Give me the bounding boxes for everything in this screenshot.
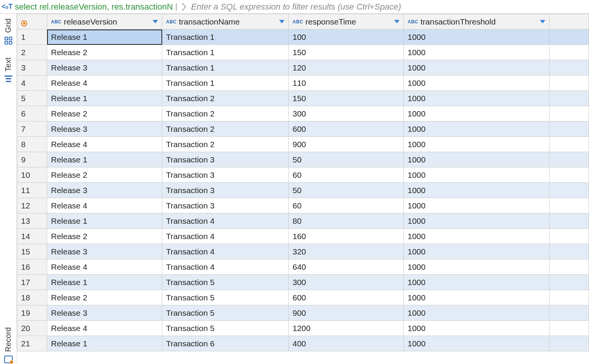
sql-query-text[interactable]: select rel.releaseVersion, res.transacti… — [15, 2, 173, 12]
cell[interactable]: 100 — [289, 30, 404, 45]
cell[interactable]: Transaction 3 — [162, 183, 289, 198]
cell[interactable]: 1000 — [404, 305, 550, 321]
row-selector-header[interactable] — [17, 14, 47, 30]
row-number[interactable]: 2 — [17, 45, 47, 60]
table-row[interactable]: 3Release 3Transaction 11201000 — [17, 60, 589, 75]
row-number[interactable]: 11 — [17, 183, 47, 198]
cell[interactable]: Release 4 — [47, 259, 162, 275]
row-number[interactable]: 19 — [17, 305, 47, 321]
table-row[interactable]: 15Release 3Transaction 43201000 — [17, 244, 589, 259]
cell[interactable]: 80 — [289, 213, 404, 229]
table-row[interactable]: 9Release 1Transaction 3501000 — [17, 152, 589, 167]
row-number[interactable]: 20 — [17, 321, 47, 336]
cell[interactable]: Release 4 — [47, 198, 162, 213]
table-row[interactable]: 10Release 2Transaction 3601000 — [17, 167, 589, 183]
table-row[interactable]: 21Release 1Transaction 64001000 — [17, 336, 589, 351]
row-number[interactable]: 6 — [17, 106, 47, 121]
cell[interactable]: 1000 — [404, 321, 550, 336]
cell[interactable]: Transaction 1 — [162, 75, 289, 91]
table-row[interactable]: 7Release 3Transaction 26001000 — [17, 121, 589, 137]
cell[interactable]: 150 — [289, 45, 404, 60]
row-number[interactable]: 16 — [17, 259, 47, 275]
cell[interactable]: 1000 — [404, 45, 550, 60]
cell[interactable]: Transaction 3 — [162, 167, 289, 183]
row-number[interactable]: 15 — [17, 244, 47, 259]
cell[interactable]: Transaction 5 — [162, 275, 289, 290]
grid-icon[interactable] — [4, 36, 13, 45]
cell[interactable]: 1000 — [404, 60, 550, 75]
filter-dropdown-icon[interactable] — [540, 20, 545, 23]
row-number[interactable]: 5 — [17, 91, 47, 106]
cell[interactable]: Transaction 3 — [162, 198, 289, 213]
table-row[interactable]: 19Release 3Transaction 59001000 — [17, 305, 589, 321]
cell[interactable]: Transaction 5 — [162, 321, 289, 336]
cell[interactable]: 600 — [289, 290, 404, 305]
cell[interactable]: Transaction 4 — [162, 259, 289, 275]
tab-record[interactable]: Record — [4, 325, 13, 354]
row-number[interactable]: 9 — [17, 152, 47, 167]
column-header[interactable]: ABC transactionName — [162, 14, 289, 30]
record-icon[interactable] — [4, 355, 13, 364]
cell[interactable]: 1000 — [404, 167, 550, 183]
cell[interactable]: Release 4 — [47, 321, 162, 336]
cell[interactable]: Release 2 — [47, 290, 162, 305]
table-row[interactable]: 11Release 3Transaction 3501000 — [17, 183, 589, 198]
cell[interactable]: 640 — [289, 259, 404, 275]
cell[interactable]: 50 — [289, 152, 404, 167]
row-number[interactable]: 7 — [17, 121, 47, 137]
cell[interactable]: Release 1 — [47, 152, 162, 167]
row-number[interactable]: 10 — [17, 167, 47, 183]
column-header[interactable]: ABC responseTime — [289, 14, 404, 30]
cell[interactable]: Release 3 — [47, 305, 162, 321]
cell[interactable]: 1200 — [289, 321, 404, 336]
cell[interactable]: Release 1 — [47, 30, 162, 45]
cell[interactable]: 1000 — [404, 244, 550, 259]
table-row[interactable]: 2Release 2Transaction 11501000 — [17, 45, 589, 60]
tab-text[interactable]: Text — [4, 55, 13, 74]
cell[interactable]: Release 1 — [47, 91, 162, 106]
table-row[interactable]: 8Release 4Transaction 29001000 — [17, 137, 589, 152]
row-number[interactable]: 3 — [17, 60, 47, 75]
table-row[interactable]: 14Release 2Transaction 41601000 — [17, 229, 589, 244]
table-row[interactable]: 6Release 2Transaction 23001000 — [17, 106, 589, 121]
cell[interactable]: Release 1 — [47, 213, 162, 229]
filter-dropdown-icon[interactable] — [153, 20, 158, 23]
table-row[interactable]: 17Release 1Transaction 53001000 — [17, 275, 589, 290]
cell[interactable]: 900 — [289, 305, 404, 321]
cell[interactable]: Transaction 5 — [162, 290, 289, 305]
sql-filter-input[interactable] — [190, 2, 587, 12]
cell[interactable]: Transaction 1 — [162, 30, 289, 45]
cell[interactable]: 600 — [289, 121, 404, 137]
cell[interactable]: 1000 — [404, 229, 550, 244]
cell[interactable]: 1000 — [404, 137, 550, 152]
column-header[interactable]: ABC releaseVersion — [47, 14, 162, 30]
row-number[interactable]: 4 — [17, 75, 47, 91]
table-row[interactable]: 12Release 4Transaction 3601000 — [17, 198, 589, 213]
cell[interactable]: 1000 — [404, 275, 550, 290]
row-number[interactable]: 18 — [17, 290, 47, 305]
column-header[interactable]: ABC transactionThreshold — [404, 14, 550, 30]
filter-dropdown-icon[interactable] — [279, 20, 285, 23]
cell[interactable]: 1000 — [404, 213, 550, 229]
cell[interactable]: Release 2 — [47, 167, 162, 183]
cell[interactable]: 150 — [289, 91, 404, 106]
cell[interactable]: Release 1 — [47, 275, 162, 290]
cell[interactable]: 160 — [289, 229, 404, 244]
cell[interactable]: 50 — [289, 183, 404, 198]
cell[interactable]: Release 4 — [47, 137, 162, 152]
cell[interactable]: 1000 — [404, 106, 550, 121]
cell[interactable]: Transaction 2 — [162, 137, 289, 152]
cell[interactable]: Release 3 — [47, 121, 162, 137]
cell[interactable]: Release 2 — [47, 106, 162, 121]
row-number[interactable]: 14 — [17, 229, 47, 244]
table-row[interactable]: 13Release 1Transaction 4801000 — [17, 213, 589, 229]
cell[interactable]: 1000 — [404, 75, 550, 91]
row-number[interactable]: 21 — [17, 336, 47, 351]
cell[interactable]: 900 — [289, 137, 404, 152]
cell[interactable]: 320 — [289, 244, 404, 259]
cell[interactable]: Transaction 2 — [162, 121, 289, 137]
cell[interactable]: Release 3 — [47, 183, 162, 198]
row-number[interactable]: 8 — [17, 137, 47, 152]
cell[interactable]: 1000 — [404, 91, 550, 106]
table-row[interactable]: 1Release 1Transaction 11001000 — [17, 30, 589, 45]
